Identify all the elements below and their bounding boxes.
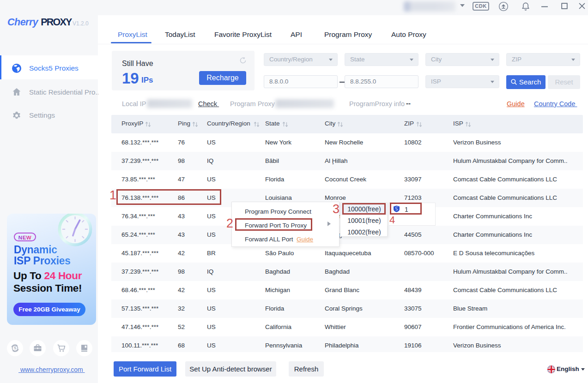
svg-text:S: S [14,346,17,350]
